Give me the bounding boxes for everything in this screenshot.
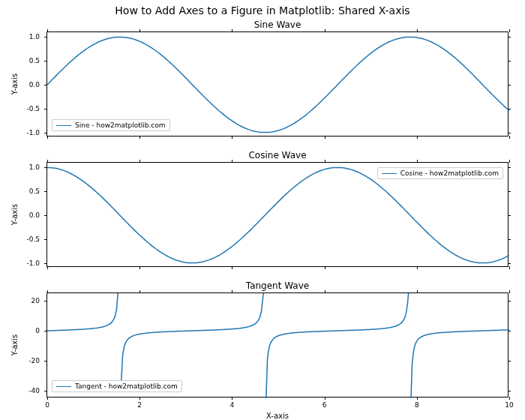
y-axis-label: Y-axis: [10, 74, 19, 95]
subplot-2: Tangent WaveY-axis-40-200200246810X-axis…: [46, 292, 508, 398]
x-tick-label: 4: [230, 401, 235, 409]
x-tick-label: 6: [322, 401, 327, 409]
y-tick-label: -40: [28, 387, 40, 394]
y-tick-label: 0.0: [29, 81, 40, 88]
x-tick-label: 8: [415, 401, 419, 409]
y-tick-label: -0.5: [26, 236, 40, 243]
y-axis-label: Y-axis: [10, 204, 19, 226]
y-axis-label: Y-axis: [10, 334, 19, 356]
legend: Tangent - how2matplotlib.com: [52, 380, 182, 392]
figure-suptitle: How to Add Axes to a Figure in Matplotli…: [0, 4, 525, 16]
y-tick-label: 0: [35, 327, 40, 334]
legend: Sine - how2matplotlib.com: [52, 119, 170, 131]
subplot-1: Cosine WaveY-axis-1.0-0.50.00.51.0Cosine…: [46, 162, 508, 267]
x-tick-label: 0: [45, 401, 50, 409]
x-axis-label: X-axis: [47, 412, 508, 420]
plot-area: Y-axis-1.0-0.50.00.51.0Sine - how2matplo…: [46, 32, 508, 136]
y-tick-label: 1.0: [29, 33, 40, 40]
y-tick-label: 0.5: [29, 57, 40, 64]
figure: How to Add Axes to a Figure in Matplotli…: [0, 0, 525, 420]
plot-area: Y-axis-1.0-0.50.00.51.0Cosine - how2matp…: [46, 162, 508, 267]
legend-line-icon: [56, 125, 71, 126]
plot-area: Y-axis-40-200200246810X-axisTangent - ho…: [46, 292, 508, 398]
y-tick-label: 0.5: [29, 188, 40, 195]
legend-line-icon: [382, 173, 397, 174]
subplot-title: Sine Wave: [46, 20, 508, 30]
legend-label: Sine - how2matplotlib.com: [75, 122, 166, 129]
subplot-title: Cosine Wave: [46, 150, 508, 160]
y-tick-label: 20: [32, 297, 40, 304]
y-tick-label: -20: [28, 357, 40, 364]
y-tick-label: 1.0: [29, 164, 40, 171]
x-tick-label: 10: [505, 401, 513, 409]
legend-label: Cosine - how2matplotlib.com: [400, 170, 499, 177]
legend: Cosine - how2matplotlib.com: [377, 167, 503, 179]
subplot-title: Tangent Wave: [46, 280, 508, 291]
y-tick-label: -0.5: [26, 105, 40, 112]
legend-line-icon: [56, 386, 71, 387]
y-tick-label: 0.0: [29, 212, 40, 219]
subplot-0: Sine WaveY-axis-1.0-0.50.00.51.0Sine - h…: [46, 32, 508, 136]
x-tick-label: 2: [137, 401, 142, 409]
y-tick-label: -1.0: [26, 129, 40, 136]
legend-label: Tangent - how2matplotlib.com: [75, 382, 178, 390]
y-tick-label: -1.0: [26, 260, 40, 267]
